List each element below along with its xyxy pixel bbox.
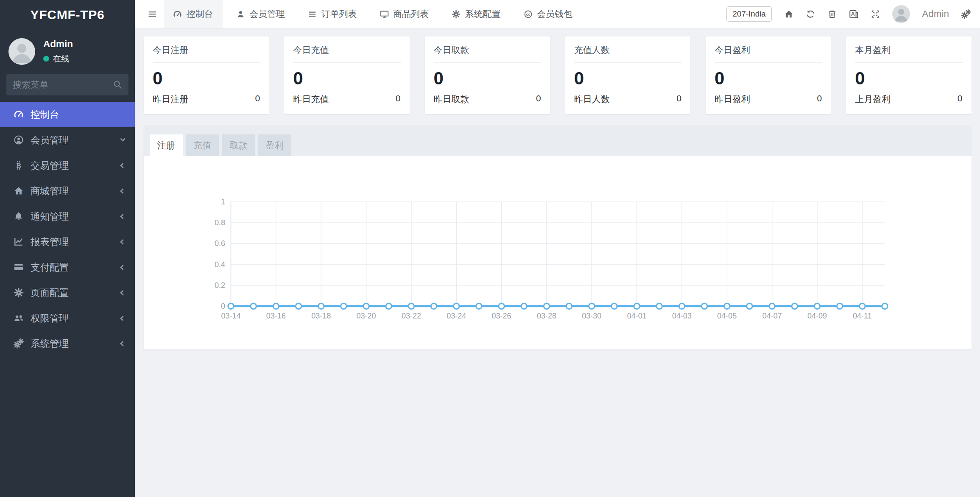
- stat-card-title: 今日充值: [293, 44, 400, 63]
- home-icon: [13, 186, 24, 196]
- nav-tab-4[interactable]: 系统配置: [442, 0, 511, 28]
- svg-text:cc: cc: [526, 12, 530, 16]
- sidebar-item-6[interactable]: 支付配置: [0, 254, 135, 280]
- stat-card-sub-label: 昨日注册: [153, 93, 188, 105]
- chevron-left-icon: [120, 163, 126, 168]
- chevron-left-icon: [120, 341, 126, 346]
- credit-card-icon: [13, 262, 24, 272]
- sidebar-item-4[interactable]: 通知管理: [0, 204, 135, 229]
- svg-text:03-26: 03-26: [492, 312, 511, 320]
- svg-text:03-20: 03-20: [357, 312, 376, 320]
- search-icon: [113, 80, 123, 89]
- sidebar-item-2[interactable]: B 交易管理: [0, 153, 135, 178]
- chart-tab-1[interactable]: 充值: [186, 134, 219, 156]
- stat-card-sub-label: 上月盈利: [855, 93, 891, 105]
- user-icon: [236, 10, 245, 19]
- stat-card-value: 0: [293, 69, 400, 88]
- line-chart: 03-1403-1603-1803-2003-2203-2403-2603-28…: [144, 156, 972, 347]
- chart-tab-3[interactable]: 盈利: [258, 134, 291, 156]
- stat-card-sub-label: 昨日取款: [434, 93, 469, 105]
- fullscreen-icon[interactable]: [871, 9, 880, 19]
- gear-icon: [452, 10, 461, 19]
- chart-tab-2[interactable]: 取款: [222, 134, 255, 156]
- svg-text:0.4: 0.4: [215, 260, 225, 269]
- chevron-left-icon: [120, 188, 126, 194]
- gears-icon: [13, 338, 24, 349]
- stat-card-title: 今日取款: [434, 44, 541, 63]
- chevron-left-icon: [120, 265, 126, 270]
- chevron-down-icon: [120, 136, 126, 142]
- stat-card-sub-value: 0: [396, 93, 401, 105]
- list-icon: [308, 10, 317, 19]
- translate-icon[interactable]: A: [849, 9, 859, 19]
- stat-card-sub-value: 0: [817, 93, 822, 105]
- home-icon[interactable]: [784, 9, 794, 19]
- chart-body: 03-1403-1603-1803-2003-2203-2403-2603-28…: [144, 156, 972, 349]
- stat-card-value: 0: [153, 69, 260, 88]
- svg-text:03-14: 03-14: [221, 312, 240, 320]
- main-area: 控制台 会员管理 订单列表 商品列表 系统配置 cc 会员钱包 207-Indi…: [135, 0, 980, 497]
- profile-avatar: [8, 38, 35, 65]
- sidebar-item-1[interactable]: 会员管理: [0, 127, 135, 153]
- chevron-left-icon: [120, 214, 126, 219]
- stat-card-0: 今日注册 0 昨日注册 0: [144, 36, 269, 114]
- trash-icon[interactable]: [827, 9, 837, 19]
- sidebar-item-9[interactable]: 系统管理: [0, 331, 135, 356]
- sidebar-item-0[interactable]: 控制台: [0, 102, 135, 127]
- stat-card-value: 0: [574, 69, 681, 88]
- chart-tab-0[interactable]: 注册: [150, 134, 183, 156]
- svg-text:0.8: 0.8: [215, 218, 225, 227]
- svg-text:04-11: 04-11: [853, 312, 872, 320]
- nav-tabs: 控制台 会员管理 订单列表 商品列表 系统配置 cc 会员钱包: [164, 0, 586, 28]
- svg-text:1: 1: [221, 198, 225, 206]
- person-icon: [8, 56, 35, 65]
- svg-text:03-22: 03-22: [402, 312, 421, 320]
- nav-tab-1[interactable]: 会员管理: [226, 0, 295, 28]
- stat-card-value: 0: [715, 69, 822, 88]
- stat-card-sub-value: 0: [255, 93, 260, 105]
- nav-tab-0[interactable]: 控制台: [164, 0, 223, 28]
- dashboard-icon: [13, 109, 24, 120]
- sidebar-item-8[interactable]: 权限管理: [0, 305, 135, 331]
- stat-card-5: 本月盈利 0 上月盈利 0: [846, 36, 971, 114]
- online-status: 在线: [43, 53, 73, 64]
- stat-card-1: 今日充值 0 昨日充值 0: [284, 36, 409, 114]
- online-status-dot: [43, 56, 49, 62]
- sidebar-item-3[interactable]: 商城管理: [0, 178, 135, 204]
- top-navbar: 控制台 会员管理 订单列表 商品列表 系统配置 cc 会员钱包 207-Indi…: [135, 0, 980, 29]
- svg-text:B: B: [16, 162, 21, 170]
- settings-gears-icon[interactable]: [961, 9, 971, 19]
- chart-line-icon: [13, 237, 24, 247]
- menu-toggle-icon[interactable]: [148, 9, 157, 19]
- gear-icon: [13, 288, 24, 298]
- stat-card-value: 0: [855, 69, 962, 88]
- svg-text:03-28: 03-28: [537, 312, 556, 320]
- svg-text:03-24: 03-24: [447, 312, 466, 320]
- user-circle-icon: [13, 135, 24, 145]
- stat-card-3: 充值人数 0 昨日人数 0: [565, 36, 690, 114]
- search-input[interactable]: [13, 80, 113, 90]
- bell-icon: [13, 211, 24, 221]
- user-name[interactable]: Admin: [922, 8, 949, 20]
- svg-text:03-18: 03-18: [311, 312, 331, 320]
- app-logo: YFCMF-TP6: [0, 0, 135, 29]
- chart-tabs: 注册充值取款盈利: [144, 125, 972, 156]
- nav-tab-3[interactable]: 商品列表: [370, 0, 438, 28]
- user-avatar[interactable]: [892, 5, 910, 23]
- sidebar-item-5[interactable]: 报表管理: [0, 229, 135, 254]
- bitcoin-icon: B: [13, 160, 24, 170]
- stat-card-value: 0: [434, 69, 541, 88]
- nav-tab-2[interactable]: 订单列表: [299, 0, 367, 28]
- stat-card-sub-label: 昨日充值: [293, 93, 329, 105]
- stat-card-4: 今日盈利 0 昨日盈利 0: [706, 36, 831, 114]
- chevron-left-icon: [120, 290, 126, 296]
- dashboard-icon: [173, 10, 182, 19]
- page-content: 今日注册 0 昨日注册 0 今日充值 0 昨日充值 0 今日取款 0 昨日取款 …: [135, 29, 980, 357]
- nav-tab-5[interactable]: cc 会员钱包: [514, 0, 582, 28]
- region-button[interactable]: 207-India: [726, 6, 772, 22]
- navbar-right: 207-India A Admin: [726, 5, 980, 23]
- sidebar-item-7[interactable]: 页面配置: [0, 280, 135, 305]
- svg-text:A: A: [851, 11, 855, 17]
- stat-card-sub-label: 昨日盈利: [715, 93, 750, 105]
- refresh-icon[interactable]: [806, 9, 815, 19]
